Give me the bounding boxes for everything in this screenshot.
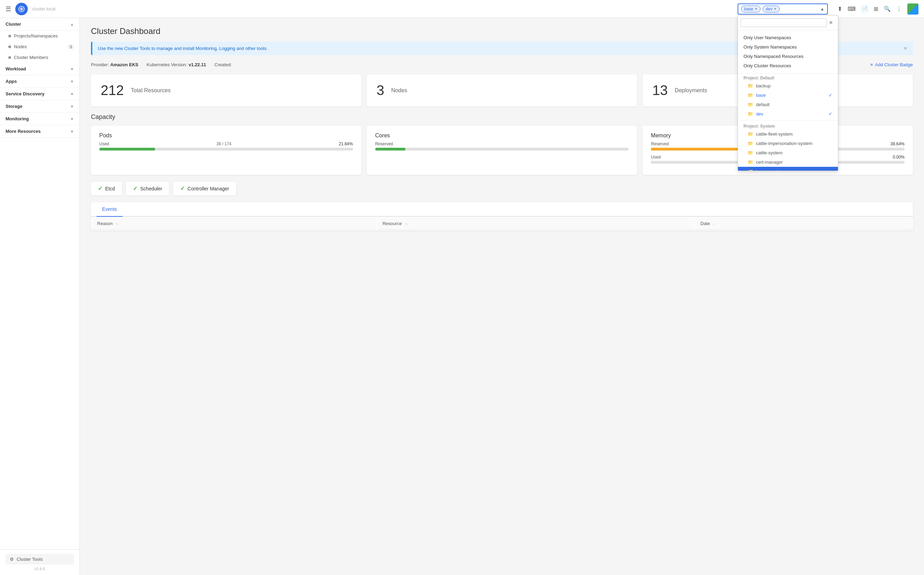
stat-number-deployments: 13	[652, 83, 668, 98]
ns-group-default: Project: Default	[738, 73, 838, 81]
check-icon-base: ✓	[828, 92, 832, 98]
sidebar-workload-header[interactable]: Workload ▼	[0, 63, 80, 75]
k8s-logo	[15, 3, 28, 15]
tab-events[interactable]: Events	[97, 202, 123, 217]
folder-icon: 📁	[748, 102, 753, 107]
badge-icon: ≡	[870, 62, 873, 67]
filter-cluster-resources[interactable]: Only Cluster Resources	[738, 61, 838, 70]
ns-item-cattle-fleet-system[interactable]: 📁 cattle-fleet-system	[738, 129, 838, 139]
ns-filter-options: Only User Namespaces Only System Namespa…	[738, 30, 838, 73]
pods-progress-bar	[99, 148, 353, 151]
gear-icon: ⚙	[10, 557, 14, 562]
cap-pods-title: Pods	[99, 132, 353, 139]
filter-namespaced-resources[interactable]: Only Namespaced Resources	[738, 52, 838, 61]
capacity-card-pods: Pods Used 38 / 174 21.84%	[91, 125, 361, 175]
ns-item-dev[interactable]: 📁 dev ✓	[738, 109, 838, 119]
chevron-down-icon: ▼	[70, 129, 74, 133]
sort-icon: ↑↓	[115, 222, 119, 226]
stat-label-deployments: Deployments	[675, 87, 707, 94]
ns-tag-dev[interactable]: dev ✕	[763, 6, 780, 13]
ns-item-cattle-system[interactable]: 📁 cattle-system	[738, 148, 838, 157]
cap-cores-title: Cores	[375, 132, 629, 139]
ns-item-base[interactable]: 📁 base ✓	[738, 91, 838, 100]
filter-user-namespaces[interactable]: Only User Namespaces	[738, 33, 838, 42]
ns-tag-dev-close[interactable]: ✕	[774, 7, 776, 11]
ns-item-default[interactable]: 📁 default	[738, 100, 838, 109]
grid-icon[interactable]: ⊞	[874, 6, 878, 12]
folder-icon: 📁	[748, 150, 753, 156]
hamburger-icon[interactable]: ☰	[6, 5, 11, 13]
ns-item-cert-manager[interactable]: 📁 cert-manager	[738, 157, 838, 167]
chevron-up-icon: ▲	[70, 22, 74, 26]
ns-tag-base[interactable]: base ✕	[741, 6, 760, 13]
status-badge-scheduler: ✓ Scheduler	[126, 182, 169, 195]
namespace-dropdown: ✕ Only User Namespaces Only System Names…	[738, 15, 838, 171]
namespace-tags: base ✕ dev ✕	[741, 6, 819, 13]
col-date[interactable]: Date ↓	[695, 218, 912, 230]
sidebar-apps-header[interactable]: Apps ▼	[0, 75, 80, 88]
status-badge-etcd: ✓ Etcd	[91, 182, 122, 195]
sidebar-item-projects-namespaces[interactable]: Projects/Namespaces	[0, 30, 80, 41]
cores-progress-fill	[375, 148, 406, 151]
check-icon: ✓	[98, 185, 102, 192]
terminal-icon[interactable]: ⌨	[848, 6, 855, 12]
sidebar-service-discovery-header[interactable]: Service Discovery ▼	[0, 88, 80, 100]
sidebar-item-nodes[interactable]: Nodes 3	[0, 41, 80, 52]
ns-search-row: ✕	[738, 16, 838, 30]
ns-item-backup[interactable]: 📁 backup	[738, 81, 838, 91]
folder-icon: 📁	[748, 159, 753, 165]
ns-item-ingress-nginx[interactable]: 📁 ingress-nginx	[738, 167, 838, 171]
ns-tag-base-close[interactable]: ✕	[755, 7, 757, 11]
cap-cores-reserved-row: Reserved	[375, 141, 629, 146]
ns-search-clear-icon[interactable]: ✕	[827, 20, 835, 25]
sidebar-storage-header[interactable]: Storage ▼	[0, 100, 80, 113]
filter-system-namespaces[interactable]: Only System Namespaces	[738, 42, 838, 52]
sidebar-more-resources-header[interactable]: More Resources ▼	[0, 125, 80, 138]
check-icon: ✓	[133, 185, 137, 192]
nodes-badge: 3	[68, 44, 74, 49]
ns-scroll-area: Project: Default 📁 backup 📁 base ✓ 📁 def…	[738, 73, 838, 171]
chevron-down-icon: ▼	[70, 117, 74, 121]
folder-icon: 📁	[748, 141, 753, 146]
provider-label: Provider: Amazon EKS	[91, 62, 139, 67]
chevron-up-icon: ▲	[820, 6, 824, 11]
sidebar-footer: ⚙ Cluster Tools v2.6.6	[0, 550, 80, 575]
more-icon[interactable]: ⋮	[896, 6, 902, 12]
chevron-down-icon: ▼	[70, 104, 74, 108]
cluster-tools-button[interactable]: ⚙ Cluster Tools	[6, 554, 74, 565]
namespace-selector[interactable]: base ✕ dev ✕ ▲ ✕ Only User Namespaces On…	[738, 3, 828, 14]
ns-group-system: Project: System	[738, 122, 838, 129]
folder-icon: 📁	[748, 132, 753, 137]
folder-icon: 📁	[748, 92, 753, 98]
search-icon[interactable]: 🔍	[884, 6, 891, 12]
add-cluster-badge-button[interactable]: ≡ Add Cluster Badge	[870, 62, 913, 67]
check-icon-dev: ✓	[828, 111, 832, 116]
chevron-down-icon: ▼	[70, 92, 74, 96]
file-icon[interactable]: 📄	[861, 6, 868, 12]
header-icons: ⬆ ⌨ 📄 ⊞ 🔍 ⋮	[832, 3, 918, 14]
folder-icon: 📁	[748, 83, 753, 89]
alert-close-icon[interactable]: ✕	[903, 46, 907, 51]
stat-number-nodes: 3	[377, 83, 384, 98]
chevron-down-icon: ▼	[70, 79, 74, 84]
sort-icon: ↑↓	[405, 222, 408, 226]
sort-icon-desc: ↓	[713, 222, 714, 226]
sidebar-cluster-header[interactable]: Cluster ▲	[0, 18, 80, 30]
stat-number-resources: 212	[101, 83, 124, 98]
ns-item-cattle-impersonation-system[interactable]: 📁 cattle-impersonation-system	[738, 139, 838, 148]
memory-reserved-fill	[651, 148, 750, 151]
dot-icon	[8, 35, 11, 37]
status-row: ✓ Etcd ✓ Scheduler ✓ Controller Manager	[91, 182, 913, 195]
stat-card-total-resources: 212 Total Resources	[91, 74, 361, 106]
upload-icon[interactable]: ⬆	[838, 6, 842, 12]
sidebar: Cluster ▲ Projects/Namespaces Nodes 3 Cl…	[0, 18, 80, 575]
folder-icon: 📁	[748, 111, 753, 116]
namespace-search-input[interactable]	[741, 18, 827, 27]
sidebar-monitoring-header[interactable]: Monitoring ▼	[0, 113, 80, 125]
status-badge-controller-manager: ✓ Controller Manager	[173, 182, 236, 195]
dot-icon	[8, 45, 11, 48]
col-resource[interactable]: Resource ↑↓	[377, 218, 694, 230]
cores-progress-bar	[375, 148, 629, 151]
col-reason[interactable]: Reason ↑↓	[92, 218, 376, 230]
sidebar-item-cluster-members[interactable]: Cluster Members	[0, 52, 80, 63]
